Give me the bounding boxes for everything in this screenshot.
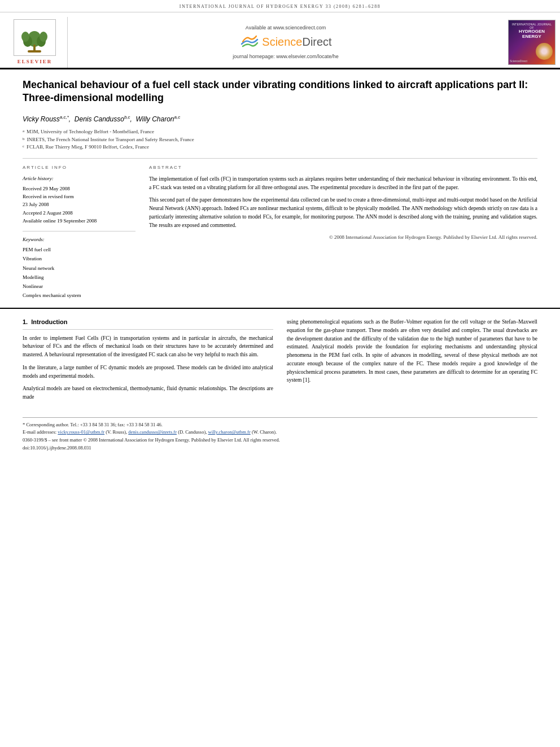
keyword-0: PEM fuel cell	[23, 247, 51, 252]
journal-cover-block: international journal of HYDROGENENERGY …	[504, 17, 560, 68]
section-title: Introduction	[31, 318, 67, 325]
author-3-name: Willy Charon	[136, 115, 174, 123]
affil-2: b INRETS, The French National Institute …	[23, 136, 537, 144]
body-col-right: using phenomenological equations such as…	[287, 318, 537, 405]
body-para-1: In order to implement Fuel Cells (FC) in…	[23, 334, 273, 359]
body-para-right-1: using phenomenological equations such as…	[287, 318, 537, 385]
abstract-header: ABSTRACT	[149, 164, 537, 171]
history-item-2: 23 July 2008	[23, 202, 49, 207]
affil-1-text: M3M, University of Technology Belfort - …	[27, 128, 154, 136]
journal-homepage-text: journal homepage: www.elsevier.com/locat…	[233, 53, 339, 60]
footnote-copyright: 0360-3199/$ – see front matter © 2008 In…	[23, 436, 537, 444]
elsevier-wordmark: ELSEVIER	[18, 58, 53, 65]
svg-point-4	[21, 32, 29, 42]
keyword-4: Nonlinear	[23, 283, 43, 289]
journal-citation: INTERNATIONAL JOURNAL OF HYDROGEN ENERGY…	[180, 4, 380, 9]
journal-header: ELSEVIER Available at www.sciencedirect.…	[0, 12, 560, 69]
affil-3-text: FCLAB, Rue Thierry Mieg, F 90010 Belfort…	[27, 143, 149, 151]
affiliations-block: a M3M, University of Technology Belfort …	[23, 128, 537, 151]
sciencedirect-logo: ScienceDirect	[239, 34, 331, 50]
footnote-email: E-mail addresses: vicky.rouss-01@utbm.fr…	[23, 429, 537, 436]
svg-rect-7	[28, 50, 41, 53]
affil-1: a M3M, University of Technology Belfort …	[23, 128, 537, 136]
cover-journal-name: HYDROGENENERGY	[519, 29, 545, 40]
email-candusso[interactable]: denis.candusso@inrets.fr	[128, 429, 177, 435]
abstract-para-1: The implementation of fuel cells (FC) in…	[149, 175, 537, 191]
journal-header-bar: INTERNATIONAL JOURNAL OF HYDROGEN ENERGY…	[0, 0, 560, 12]
keywords-list: PEM fuel cell Vibration Neural network M…	[23, 245, 135, 300]
page-wrapper: INTERNATIONAL JOURNAL OF HYDROGEN ENERGY…	[0, 0, 560, 747]
history-item-4: Available online 19 September 2008	[23, 218, 97, 224]
body-para-2: In the literature, a large number of FC …	[23, 364, 273, 380]
affil-1-sup: a	[23, 128, 24, 136]
body-two-col: 1. Introduction In order to implement Fu…	[23, 318, 537, 405]
footnotes-section: * Corresponding author. Tel.: +33 3 84 5…	[23, 417, 537, 457]
author-1-sup: a,c,*	[60, 115, 69, 120]
article-info-column: ARTICLE INFO Article history: Received 2…	[23, 164, 135, 300]
authors-line: Vicky Roussa,c,*, Denis Candussob,c, Wil…	[23, 114, 537, 124]
author-2-sup: b,c	[124, 115, 130, 120]
body-para-3: Analytical models are based on electroch…	[23, 385, 273, 401]
email-charon[interactable]: willy.charon@utbm.fr	[208, 429, 251, 435]
footnote-doi: doi:10.1016/j.ijhydene.2008.08.031	[23, 444, 537, 452]
sd-logo-icon	[239, 34, 260, 50]
affil-2-text: INRETS, The French National Institute fo…	[27, 136, 194, 144]
body-col-left: 1. Introduction In order to implement Fu…	[23, 318, 273, 405]
article-history-items: Received 29 May 2008 Received in revised…	[23, 185, 135, 225]
history-item-0: Received 29 May 2008	[23, 186, 70, 191]
keyword-5: Complex mechanical system	[23, 292, 81, 298]
keyword-3: Modelling	[23, 274, 44, 280]
keyword-1: Vibration	[23, 256, 42, 261]
abstract-column: ABSTRACT The implementation of fuel cell…	[149, 164, 537, 300]
svg-point-5	[40, 32, 47, 42]
article-history-label: Article history:	[23, 175, 135, 182]
history-item-1: Received in revised form	[23, 194, 74, 199]
section-number: 1.	[23, 318, 28, 325]
article-title: Mechanical behaviour of a fuel cell stac…	[23, 78, 537, 105]
available-at-text: Available at www.sciencedirect.com	[246, 24, 326, 32]
affil-2-sup: b	[23, 136, 25, 144]
author-2-name: Denis Candusso	[75, 115, 124, 123]
article-content: Mechanical behaviour of a fuel cell stac…	[0, 69, 560, 300]
keyword-2: Neural network	[23, 265, 54, 271]
abstract-para-2: This second part of the paper demonstrat…	[149, 196, 537, 229]
main-body: 1. Introduction In order to implement Fu…	[0, 308, 560, 411]
abstract-copyright: © 2008 International Association for Hyd…	[149, 234, 537, 242]
email-rouss[interactable]: vicky.rouss-01@utbm.fr	[58, 429, 104, 435]
affil-3: c FCLAB, Rue Thierry Mieg, F 90010 Belfo…	[23, 143, 537, 151]
footnote-corresponding: * Corresponding author. Tel.: +33 3 84 5…	[23, 421, 537, 429]
author-3-sup: a,c	[174, 115, 181, 120]
sciencedirect-text: ScienceDirect	[262, 34, 331, 50]
header-center: Available at www.sciencedirect.com Scien…	[68, 17, 504, 68]
article-info-header: ARTICLE INFO	[23, 164, 135, 171]
history-item-3: Accepted 2 August 2008	[23, 210, 73, 216]
elsevier-tree-icon	[14, 19, 56, 56]
section-1-header: 1. Introduction	[23, 318, 273, 329]
elsevier-tree-svg	[16, 22, 53, 53]
keywords-label: Keywords:	[23, 231, 135, 243]
elsevier-logo-block: ELSEVIER	[0, 17, 68, 68]
journal-cover-image: international journal of HYDROGENENERGY …	[508, 20, 555, 65]
article-info-abstract-section: ARTICLE INFO Article history: Received 2…	[23, 158, 537, 300]
author-1-name: Vicky Rouss	[23, 115, 60, 123]
affil-3-sup: c	[23, 143, 24, 151]
